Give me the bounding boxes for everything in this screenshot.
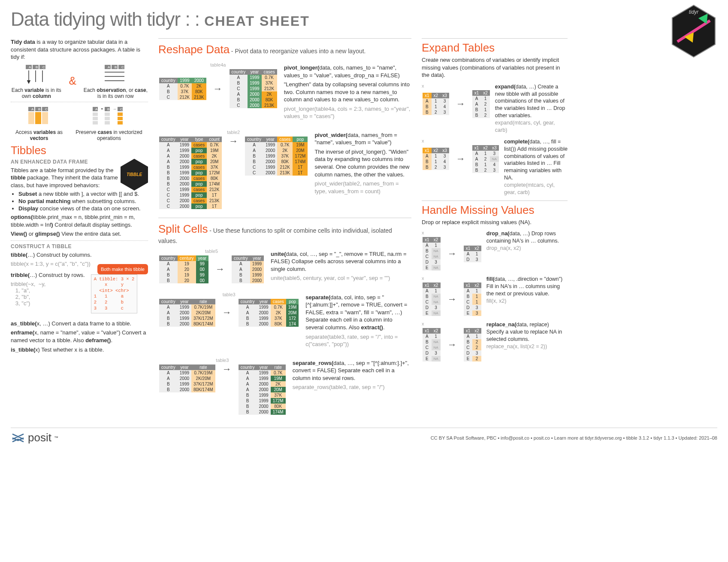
table3-output: countryyearcasespopA19990.7K19MA20002K20… <box>239 299 299 327</box>
table5-label: table5 <box>158 249 265 254</box>
fill-input: x1x2A1BNACNAD3ENA <box>423 283 441 316</box>
caption-cases: Preserve cases in vectorized operations <box>70 129 148 141</box>
svg-text:B: B <box>36 65 38 69</box>
svg-rect-43 <box>93 117 98 120</box>
svg-text:B: B <box>107 107 109 111</box>
table4a-output: countryyearcasesA19990.7KB199937KC199921… <box>230 69 277 108</box>
svg-rect-41 <box>105 112 110 116</box>
options-line: options(tibble.print_max = n, tibble.pri… <box>11 213 148 228</box>
reshape-sub: - Pivot data to reorganize values into a… <box>231 48 366 55</box>
vectors-icon: ABC <box>26 105 52 126</box>
variable-column-icon: ABC <box>24 63 49 84</box>
pivot-wider-ex: pivot_wider(table2, names_from = type, v… <box>314 180 411 195</box>
svg-rect-42 <box>118 112 123 116</box>
tribble-example: tribble(~x, ~y, 1, "a", 2, "b", 3, "c") <box>11 281 85 307</box>
x-label: x <box>422 230 482 235</box>
istibble-line: is_tibble(x) Test whether x is a tibble. <box>11 346 148 354</box>
arrow-icon: → <box>210 83 226 94</box>
replacena-input: x1x2A1BNACNAD3ENA <box>423 328 441 362</box>
tibble-func: tibble(…) Construct by columns. <box>11 251 148 259</box>
pivot-longer-desc: "Lengthen" data by collapsing several co… <box>284 81 411 103</box>
svg-text:C: C <box>120 107 123 111</box>
posit-logo: posit™ <box>11 431 58 445</box>
unite-sig: unite(data, col, …, sep = "_", remove = … <box>271 250 411 273</box>
svg-text:A: A <box>29 65 31 69</box>
table2-output: countryyearcasespopA19990.7K19MA20002K20… <box>245 137 308 176</box>
replacena-output: x1x2A1B2C2D3E2 <box>464 328 481 362</box>
dropna-input: x1x2A1BNACNAD3ENA <box>423 237 441 270</box>
tibbles-bullets: Subset a new tibble with ], a vector wit… <box>18 191 148 212</box>
expand-input: x1x2x3A13B14B23 <box>423 93 449 115</box>
svg-rect-29 <box>28 112 34 124</box>
missing-intro: Drop or replace explicit missing values … <box>422 219 568 226</box>
arrow-icon: → <box>453 153 469 164</box>
x-label: x <box>422 321 482 326</box>
table3-input: countryyearrateA19990.7K/19MA20002K/20MB… <box>159 299 215 327</box>
observation-row-icon: ABC <box>103 63 128 84</box>
view-line: View() or glimpse() View the entire data… <box>11 230 148 238</box>
svg-text:•: • <box>101 106 103 111</box>
arrow-icon: → <box>212 264 228 275</box>
table4a-label: table4a <box>158 62 278 67</box>
arrow-icon: → <box>444 294 460 305</box>
table5-input: countrycenturyyearA1999A2000B1999B2000 <box>159 255 208 283</box>
pivot-longer-ex: pivot_longer(table4a, cols = 2:3, names_… <box>284 105 411 120</box>
caption-variable: Each variable is in its own column <box>11 87 62 99</box>
svg-rect-40 <box>93 112 98 116</box>
ampersand: & <box>64 74 80 88</box>
page-title: Data tidying with tidyr : : CHEAT SHEET <box>11 9 717 30</box>
svg-text:B: B <box>115 65 117 69</box>
svg-rect-48 <box>118 121 123 125</box>
x-label: x <box>422 138 500 143</box>
split-heading: Split Cells <box>158 222 208 236</box>
svg-rect-30 <box>35 112 41 124</box>
seprows-output: countryyearrateA19990.7KA199919MA20002KA… <box>239 365 286 415</box>
svg-rect-44 <box>105 117 110 120</box>
seprows-sig: separate_rows(data, …, sep = "[^[:alnum:… <box>293 359 411 382</box>
enframe-line: enframe(x, name = "name", value = "value… <box>11 329 148 344</box>
astibble-line: as_tibble(x, …) Convert a data frame to … <box>11 320 148 328</box>
table5-output: countryyearA1999A2000B1999B2000 <box>232 255 264 283</box>
intro-text: Tidy data is a way to organize tabular d… <box>11 38 148 61</box>
arrow-icon: → <box>219 307 235 318</box>
table3-label: table3 <box>158 292 299 297</box>
arrow-icon: → <box>444 248 460 259</box>
tribble-func: tribble(…) Construct by rows. <box>11 271 85 279</box>
unite-ex: unite(table5, century, year, col = "year… <box>271 274 411 282</box>
svg-rect-31 <box>42 112 48 124</box>
svg-text:tidyr: tidyr <box>689 9 699 15</box>
table3-input-2: countryyearrateA19990.7K/19MA20002K/20MB… <box>159 365 215 392</box>
pivot-longer-sig: pivot_longer(data, cols, names_to = "nam… <box>284 64 411 79</box>
complete-output: x1x2x3A13A2NAB14B23 <box>472 145 499 173</box>
expand-output: x1x2A1A2B1B2 <box>472 90 490 118</box>
svg-text:B: B <box>38 107 40 111</box>
svg-text:A: A <box>31 107 34 111</box>
svg-text:C: C <box>42 65 45 69</box>
tibbles-heading: Tibbles <box>11 144 148 157</box>
caption-vectors: Access variables as vectors <box>11 129 67 141</box>
missing-heading: Handle Missing Values <box>422 204 568 217</box>
expand-intro: Create new combinations of variables or … <box>422 56 568 79</box>
svg-text:A: A <box>108 65 110 69</box>
seprows-ex: separate_rows(table3, rate, sep = "/") <box>293 383 411 391</box>
svg-text:A: A <box>95 107 98 111</box>
complete-input: x1x2x3A13B14B23 <box>423 148 449 170</box>
fill-output: x1x2A1B1C1D3E3 <box>464 283 481 316</box>
svg-rect-46 <box>93 121 98 125</box>
cases-icon: A•B→C <box>92 105 126 126</box>
caption-observation: Each observation, or case, is in its own… <box>83 87 148 99</box>
reshape-heading: Reshape Data <box>158 43 230 56</box>
svg-rect-47 <box>105 121 110 125</box>
svg-rect-45 <box>118 117 123 120</box>
pivot-wider-sig: pivot_wider(data, names_from = "name", v… <box>314 131 411 146</box>
arrow-icon: → <box>453 98 469 109</box>
construct-heading: CONSTRUCT A TIBBLE <box>11 243 148 249</box>
table3-label-2: table3 <box>158 358 287 363</box>
arrow-icon: → <box>225 136 242 147</box>
separate-sig: separate(data, col, into, sep = "[^[:aln… <box>305 294 411 331</box>
expand-heading: Expand Tables <box>422 41 568 55</box>
svg-text:C: C <box>121 65 124 69</box>
arrow-icon: → <box>444 339 460 350</box>
pivot-wider-desc: The inverse of pivot_longer(). "Widen" d… <box>314 148 411 178</box>
x-label: x <box>422 83 491 88</box>
